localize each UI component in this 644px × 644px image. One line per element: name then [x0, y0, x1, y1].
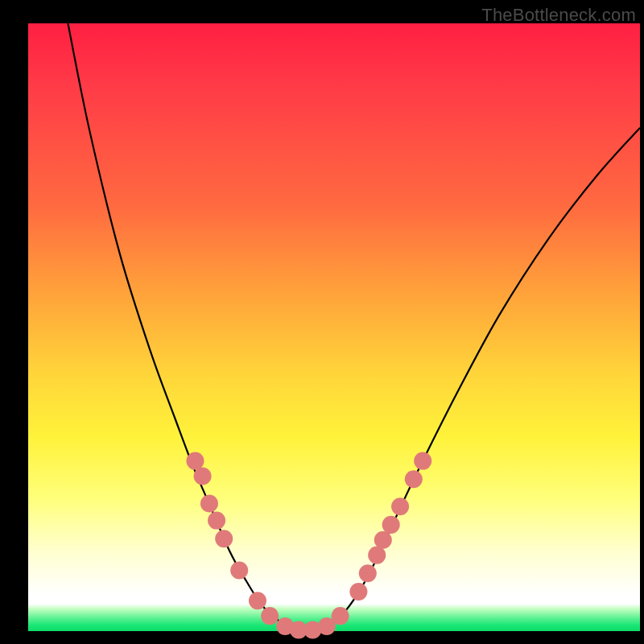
data-dot — [208, 512, 225, 530]
data-dot — [186, 452, 204, 470]
data-dot — [332, 607, 349, 625]
outer-frame: TheBottleneck.com — [0, 0, 644, 644]
data-dot — [261, 607, 279, 625]
bottleneck-curve — [68, 23, 640, 630]
data-dot — [230, 561, 248, 579]
data-dot — [405, 470, 423, 488]
data-dot — [194, 467, 212, 485]
data-dot — [414, 452, 431, 470]
data-dot — [391, 497, 409, 515]
data-dot — [368, 547, 386, 564]
data-dot — [382, 516, 400, 534]
data-dot — [374, 531, 392, 549]
data-dot — [349, 583, 367, 601]
data-dot — [215, 530, 233, 547]
plot-area — [28, 23, 640, 631]
curve-svg — [28, 23, 640, 631]
watermark-text: TheBottleneck.com — [481, 5, 636, 26]
data-dot — [200, 494, 218, 512]
data-dot — [359, 564, 377, 582]
data-dot — [249, 592, 266, 609]
